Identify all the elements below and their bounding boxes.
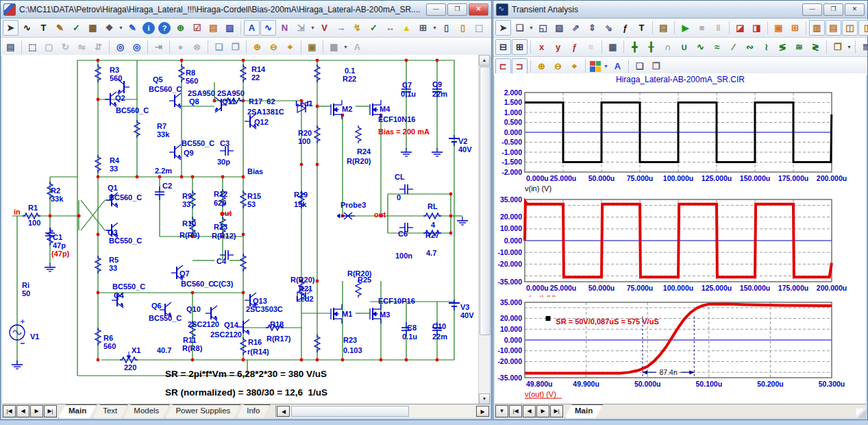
prev-page-button[interactable]: ◀ bbox=[16, 405, 29, 417]
checklist-icon[interactable]: ☑ bbox=[189, 20, 205, 36]
cursor-track-icon[interactable]: ╂ bbox=[643, 39, 659, 55]
zoom-window-icon[interactable]: ◱ bbox=[535, 20, 551, 36]
cursor-add-icon[interactable]: ◪ bbox=[732, 20, 748, 36]
pin-connections-icon[interactable]: ↔ bbox=[382, 20, 398, 36]
cursor-remove-icon[interactable]: ◨ bbox=[749, 20, 765, 36]
list-icon[interactable]: ≣ bbox=[858, 39, 868, 55]
drag-mode-icon[interactable]: ⇲ bbox=[293, 20, 309, 36]
zoom-100-icon[interactable]: ⌖ bbox=[282, 39, 298, 55]
tab-models[interactable]: Models bbox=[123, 404, 169, 418]
web-link-icon[interactable]: ⊕ bbox=[173, 20, 188, 36]
vertical-scrollbar[interactable]: ▲ ▼ bbox=[478, 55, 490, 404]
copy-page-icon[interactable]: ❏ bbox=[512, 20, 528, 36]
hscroll-thumb[interactable] bbox=[291, 406, 409, 417]
branch-icon[interactable]: ≷ bbox=[808, 39, 823, 55]
plot-vout[interactable]: 35.00020.00010.0000.000-10.000-20.000-35… bbox=[495, 197, 866, 300]
tab-main[interactable]: Main bbox=[565, 404, 603, 418]
flip-horizontal-icon[interactable]: ⇋ bbox=[74, 39, 90, 55]
rows-icon[interactable]: ▤ bbox=[206, 20, 221, 36]
slope-icon[interactable]: ∕ bbox=[726, 39, 741, 55]
draw-check-tool-icon[interactable]: ✓ bbox=[69, 20, 84, 36]
pause-button[interactable]: ‖ bbox=[710, 20, 726, 36]
stop-button[interactable]: ■ bbox=[694, 20, 710, 36]
scroll-right-button[interactable]: ▶ bbox=[476, 406, 489, 417]
warning-icon[interactable]: ▲ bbox=[399, 20, 414, 36]
step-box2-icon[interactable]: ❐ bbox=[227, 39, 243, 55]
high-icon[interactable]: ∿ bbox=[693, 39, 708, 55]
grid-menu-icon[interactable]: ▦ bbox=[326, 39, 342, 55]
select-tool-icon[interactable]: ➤ bbox=[495, 20, 511, 36]
border-select-icon[interactable]: ⬚ bbox=[471, 20, 487, 36]
help-icon[interactable]: ? bbox=[158, 22, 171, 34]
global-high-icon[interactable]: ≀ bbox=[758, 39, 774, 55]
next-page-button[interactable]: ▶ bbox=[30, 405, 43, 417]
info-ball-icon[interactable]: ● bbox=[173, 39, 188, 55]
first-page-button[interactable]: |◀ bbox=[509, 405, 522, 417]
properties-icon[interactable]: ▤ bbox=[3, 39, 18, 55]
open-document-icon[interactable]: ▯ bbox=[455, 20, 471, 36]
x-scale-icon[interactable]: x bbox=[534, 39, 549, 55]
current-display-icon[interactable]: → bbox=[333, 20, 349, 36]
tab-main[interactable]: Main bbox=[58, 404, 97, 418]
dropdown-arrow-icon[interactable]: ▼ bbox=[603, 64, 609, 69]
low-icon[interactable]: ≈ bbox=[709, 39, 725, 55]
single-panel-icon[interactable]: ▯ bbox=[858, 20, 868, 36]
text-tool-icon[interactable]: T bbox=[36, 20, 51, 36]
power-display-icon[interactable]: ↯ bbox=[349, 20, 365, 36]
zoom-in-icon[interactable]: ⊕ bbox=[249, 39, 265, 55]
analysis-titlebar[interactable]: Transient Analysis — ❐ ✕ bbox=[493, 1, 867, 19]
zoom-in-icon[interactable]: ⊕ bbox=[534, 58, 549, 74]
scale-x-icon[interactable]: ⇗ bbox=[568, 20, 584, 36]
next-page-button[interactable]: ▶ bbox=[536, 405, 549, 417]
fx-scale-icon[interactable]: ƒ bbox=[567, 39, 582, 55]
scroll-thumb[interactable] bbox=[480, 66, 491, 335]
run-button[interactable]: ▶ bbox=[678, 20, 693, 36]
last-page-button[interactable]: ▶| bbox=[44, 405, 57, 417]
tab-info[interactable]: Info bbox=[236, 404, 270, 418]
error-ball-icon[interactable]: ⊗ bbox=[189, 39, 205, 55]
horizontal-scrollbar[interactable]: ◀ ▶ bbox=[275, 405, 489, 417]
fx-icon[interactable]: ƒ bbox=[617, 20, 633, 36]
zoom-out-icon[interactable]: ⊖ bbox=[266, 39, 282, 55]
show-wire-text-icon[interactable]: ∿ bbox=[260, 20, 276, 36]
inflection-icon[interactable]: ∾ bbox=[742, 39, 758, 55]
dropdown-arrow-icon[interactable]: ▼ bbox=[343, 45, 349, 49]
y-scale-icon[interactable]: y bbox=[550, 39, 566, 55]
annotation-handle[interactable] bbox=[546, 316, 551, 321]
envelope-icon[interactable]: ≋ bbox=[791, 39, 807, 55]
data-points-icon[interactable]: ▣ bbox=[771, 20, 786, 36]
draw-line-tool-icon[interactable]: ✎ bbox=[52, 20, 68, 36]
zoom-out-icon[interactable]: ⊖ bbox=[550, 58, 566, 74]
select-region-icon[interactable]: ⬚ bbox=[25, 39, 40, 55]
cursor-mode-icon[interactable]: ╋ bbox=[627, 39, 643, 55]
schematic-titlebar[interactable]: C:\MC11\DATA\Petrov\Hiraga\Hiraga_Latera… bbox=[1, 1, 491, 19]
rotate-icon[interactable]: ↻ bbox=[58, 39, 73, 55]
close-button[interactable]: ✕ bbox=[469, 3, 488, 16]
peak-icon[interactable]: ∩ bbox=[660, 39, 675, 55]
global-low-icon[interactable]: ≶ bbox=[775, 39, 791, 55]
valley-icon[interactable]: ∪ bbox=[676, 39, 692, 55]
resize-grip[interactable] bbox=[856, 409, 866, 418]
scale-xy-icon[interactable]: ⇘ bbox=[601, 20, 617, 36]
first-page-button[interactable]: |◀ bbox=[3, 405, 16, 417]
note-edit-icon[interactable]: ▨ bbox=[222, 20, 238, 36]
minimize-button[interactable]: — bbox=[802, 3, 822, 16]
prev-page-button[interactable]: ◀ bbox=[523, 405, 536, 417]
plot-vin[interactable]: 2.0001.5001.0000.5000.000-0.500-1.000-1.… bbox=[495, 86, 866, 197]
x-axis-grid-icon[interactable]: ⊟ bbox=[495, 39, 511, 55]
flip-vertical-icon[interactable]: ⇵ bbox=[90, 39, 106, 55]
palette-icon[interactable] bbox=[590, 61, 601, 72]
table-icon[interactable]: ▦ bbox=[605, 39, 621, 55]
schematic-canvas[interactable]: R3560Q5BC560_CQ2BC560_CR85602SA950Q82SA9… bbox=[2, 55, 479, 404]
scroll-down-button[interactable]: ▼ bbox=[479, 393, 490, 404]
grayed-icon[interactable]: ≡ bbox=[583, 39, 599, 55]
annotate-tool-icon[interactable]: ✎ bbox=[125, 20, 140, 36]
node-voltages-icon[interactable]: V bbox=[317, 20, 332, 36]
picture-tool-icon[interactable]: ▦ bbox=[85, 20, 101, 36]
scale-y-icon[interactable]: ⇕ bbox=[584, 20, 600, 36]
step-box-icon[interactable]: ❏ bbox=[211, 39, 227, 55]
condition-display-icon[interactable]: ✓ bbox=[366, 20, 382, 36]
close-button[interactable]: ✕ bbox=[845, 3, 865, 16]
font-icon[interactable]: A bbox=[610, 58, 625, 74]
scroll-left-button[interactable]: ◀ bbox=[277, 406, 290, 417]
